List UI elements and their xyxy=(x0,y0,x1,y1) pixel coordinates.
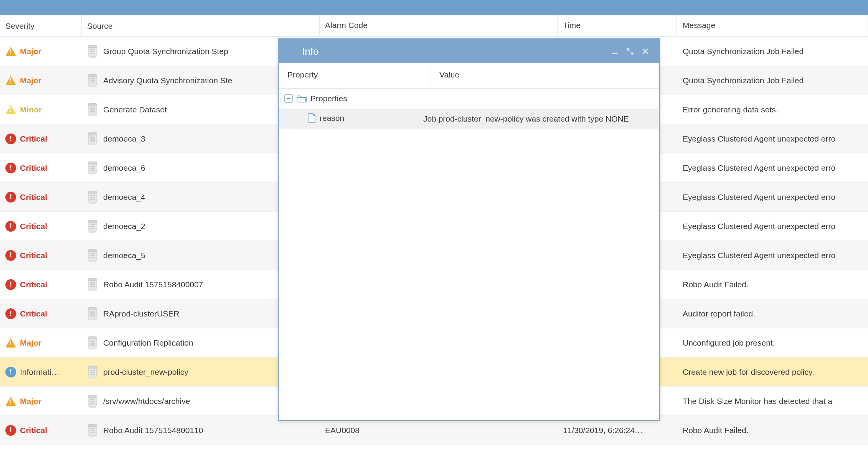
dialog-title: Info xyxy=(302,46,605,58)
close-icon[interactable] xyxy=(640,46,651,57)
severity-label: Critical xyxy=(20,280,47,289)
message-cell: Quota Synchronization Job Failed xyxy=(677,76,868,85)
message-cell: Unconfigured job present. xyxy=(677,338,868,348)
svg-point-47 xyxy=(88,260,97,262)
grid-header: Severity Source Alarm Code Time Message xyxy=(0,15,868,37)
col-header-message[interactable]: Message xyxy=(677,15,868,36)
message-cell: Quota Synchronization Job Failed xyxy=(677,47,868,56)
severity-label: Minor xyxy=(20,105,42,114)
svg-point-5 xyxy=(88,56,97,58)
svg-rect-63 xyxy=(90,343,95,344)
svg-rect-10 xyxy=(90,82,95,83)
severity-label: Critical xyxy=(20,251,47,260)
severity-critical-icon: ! xyxy=(5,425,16,436)
svg-rect-58 xyxy=(90,315,95,316)
severity-critical-icon: ! xyxy=(5,279,16,290)
info-dialog: Info Property Value − Properties xyxy=(278,38,660,421)
svg-rect-38 xyxy=(90,224,95,225)
svg-rect-74 xyxy=(90,399,95,400)
svg-rect-64 xyxy=(90,344,95,346)
severity-label: Critical xyxy=(20,163,47,173)
source-text: Robo Audit 1575158400007 xyxy=(103,280,203,289)
dialog-titlebar[interactable]: Info xyxy=(279,40,659,63)
message-cell: Eyeglass Clustered Agent unexpected erro xyxy=(677,134,868,143)
severity-label: Critical xyxy=(20,309,47,318)
svg-rect-31 xyxy=(89,191,96,193)
svg-rect-8 xyxy=(90,78,95,79)
svg-rect-13 xyxy=(89,104,96,106)
svg-point-71 xyxy=(88,377,97,379)
severity-label: Major xyxy=(20,338,41,348)
col-header-severity[interactable]: Severity xyxy=(0,15,82,36)
svg-rect-32 xyxy=(90,195,95,196)
svg-point-83 xyxy=(88,435,97,437)
col-header-time[interactable]: Time xyxy=(558,15,677,36)
message-cell: Error generating data sets. xyxy=(677,105,868,114)
property-key: reason xyxy=(320,114,344,123)
server-icon xyxy=(87,249,98,262)
svg-rect-9 xyxy=(90,80,95,81)
svg-rect-37 xyxy=(89,220,96,222)
svg-rect-3 xyxy=(90,51,95,52)
col-header-source[interactable]: Source xyxy=(82,15,320,36)
server-icon xyxy=(87,74,98,87)
severity-critical-icon: ! xyxy=(5,308,16,319)
server-icon xyxy=(87,394,98,408)
svg-rect-67 xyxy=(89,366,96,368)
svg-rect-51 xyxy=(90,284,95,285)
source-text: demoeca_2 xyxy=(103,222,145,231)
source-text: prod-cluster_new-policy xyxy=(103,367,188,377)
svg-rect-15 xyxy=(90,109,95,110)
svg-point-23 xyxy=(88,144,97,145)
dialog-col-value[interactable]: Value xyxy=(431,63,659,88)
svg-rect-56 xyxy=(90,311,95,313)
svg-rect-81 xyxy=(90,430,95,431)
minimize-icon[interactable] xyxy=(609,46,620,57)
message-cell: The Disk Size Monitor has detected that … xyxy=(677,397,868,406)
svg-rect-69 xyxy=(90,372,95,373)
dialog-column-headers: Property Value xyxy=(279,63,659,89)
svg-rect-68 xyxy=(90,370,95,371)
server-icon xyxy=(87,423,98,437)
svg-rect-16 xyxy=(90,111,95,112)
severity-critical-icon: ! xyxy=(5,250,16,261)
svg-rect-26 xyxy=(90,166,95,167)
svg-rect-20 xyxy=(90,137,95,138)
top-toolbar xyxy=(0,0,868,15)
svg-point-65 xyxy=(88,348,97,349)
server-icon xyxy=(87,278,98,292)
severity-label: Critical xyxy=(20,222,47,231)
dialog-col-property[interactable]: Property xyxy=(279,63,431,88)
svg-rect-73 xyxy=(89,395,96,397)
svg-rect-50 xyxy=(90,282,95,283)
svg-rect-57 xyxy=(90,313,95,315)
svg-rect-22 xyxy=(90,140,95,142)
source-text: Configuration Replication xyxy=(103,338,193,348)
svg-rect-34 xyxy=(90,199,95,200)
maximize-icon[interactable] xyxy=(624,46,636,57)
col-header-alarm-code[interactable]: Alarm Code xyxy=(320,15,558,36)
severity-major-icon xyxy=(5,338,16,348)
tree-root-row[interactable]: − Properties xyxy=(279,89,659,109)
svg-rect-82 xyxy=(90,432,95,433)
svg-rect-43 xyxy=(89,249,96,252)
collapse-toggle-icon[interactable]: − xyxy=(284,94,293,103)
svg-point-11 xyxy=(88,86,97,87)
source-text: Generate Dataset xyxy=(103,105,167,114)
tree-child-row[interactable]: reason Job prod-cluster_new-policy was c… xyxy=(279,109,659,129)
server-icon xyxy=(87,219,98,233)
svg-rect-7 xyxy=(89,74,96,77)
severity-label: Major xyxy=(20,397,41,406)
source-text: Advisory Quota Synchronization Ste xyxy=(103,76,232,85)
message-cell: Auditor report failed. xyxy=(677,309,868,318)
server-icon xyxy=(87,190,98,204)
message-cell: Robo Audit Failed. xyxy=(677,280,868,289)
svg-rect-33 xyxy=(90,197,95,198)
svg-rect-55 xyxy=(89,308,96,310)
svg-rect-61 xyxy=(89,337,96,339)
source-text: Group Quota Synchronization Step xyxy=(103,47,228,56)
severity-major-icon xyxy=(5,76,16,85)
svg-rect-46 xyxy=(90,257,95,258)
svg-point-35 xyxy=(88,202,97,204)
severity-critical-icon: ! xyxy=(5,163,16,173)
